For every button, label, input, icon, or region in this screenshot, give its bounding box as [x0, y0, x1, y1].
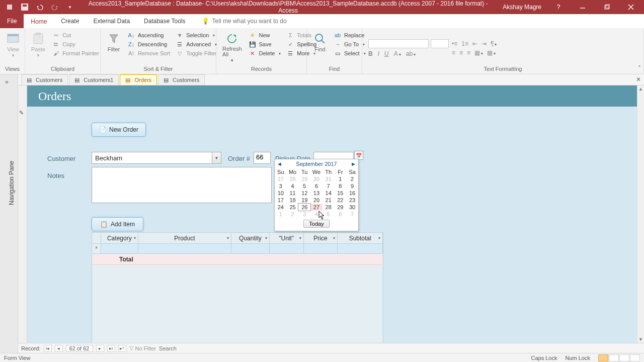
next-month-icon[interactable]: ► [351, 161, 356, 167]
new-record-button[interactable]: ✳New [248, 31, 282, 39]
tab-home[interactable]: Home [24, 14, 54, 28]
view-button[interactable]: View▼ [4, 30, 22, 60]
form-view-button[interactable] [598, 354, 608, 361]
descending-button[interactable]: Z↓Descending [127, 40, 171, 48]
tab-create[interactable]: Create [54, 14, 86, 28]
expand-navpane-icon[interactable]: » [5, 78, 9, 85]
font-size-select[interactable] [431, 39, 449, 48]
fill-color-button[interactable]: ▦▾ [474, 49, 483, 56]
ordernum-field[interactable]: 66 [254, 152, 271, 164]
calendar-day[interactable]: 23 [346, 197, 358, 204]
calendar-day[interactable]: 28 [287, 175, 299, 183]
align-right-button[interactable]: ≡ [467, 49, 470, 56]
col-category[interactable]: Category▾ [101, 233, 138, 243]
filter-arrow-icon[interactable]: ▾ [227, 236, 229, 240]
undo-icon[interactable] [35, 3, 44, 12]
bold-button[interactable]: B [368, 50, 373, 57]
tab-orders[interactable]: ▤Orders [120, 74, 157, 85]
qat-customize-icon[interactable]: ▼ [65, 3, 74, 12]
calendar-day[interactable]: 16 [346, 190, 358, 197]
calendar-day[interactable]: 4 [310, 211, 323, 218]
paste-button[interactable]: Paste▼ [29, 30, 47, 60]
new-record-row[interactable]: * [92, 244, 383, 254]
notes-textarea[interactable] [92, 167, 272, 203]
calendar-day[interactable]: 17 [275, 197, 287, 204]
first-record-icon[interactable]: I◂ [44, 345, 52, 352]
save-icon[interactable] [20, 3, 29, 12]
font-color-button[interactable]: A▾ [394, 50, 401, 57]
advanced-button[interactable]: ☰Advanced▾ [175, 40, 218, 48]
goto-button[interactable]: →Go To▾ [333, 40, 367, 48]
calendar-day[interactable]: 22 [335, 197, 347, 204]
record-position[interactable]: 62 of 62 [66, 345, 93, 352]
calendar-day[interactable]: 25 [287, 204, 299, 211]
delete-record-button[interactable]: ✕Delete▾ [248, 49, 282, 57]
next-record-icon[interactable]: ▸ [96, 345, 104, 352]
selection-button[interactable]: ▼Selection▾ [175, 31, 218, 39]
calendar-day[interactable]: 7 [323, 183, 335, 190]
calendar-day[interactable]: 1 [275, 211, 287, 218]
close-icon[interactable] [624, 3, 638, 12]
calendar-day[interactable]: 4 [287, 183, 299, 190]
calendar-day[interactable]: 29 [298, 175, 310, 183]
calendar-day[interactable]: 13 [310, 190, 323, 197]
collapse-ribbon-icon[interactable]: ˄ [638, 65, 641, 72]
italic-button[interactable]: I [378, 50, 379, 57]
calendar-day[interactable]: 21 [323, 197, 335, 204]
font-family-select[interactable] [368, 39, 429, 48]
calendar-day[interactable]: 6 [335, 211, 347, 218]
numbering-button[interactable]: 1≡ [461, 40, 468, 47]
calendar-day[interactable]: 2 [346, 175, 358, 183]
row-selector-header[interactable] [92, 233, 101, 243]
bullets-button[interactable]: •≡ [452, 40, 457, 47]
new-record-nav-icon[interactable]: ▸* [118, 345, 126, 352]
prev-month-icon[interactable]: ◄ [277, 161, 282, 167]
calendar-day[interactable]: 14 [323, 190, 335, 197]
underline-button[interactable]: U [384, 50, 389, 57]
restore-icon[interactable] [600, 3, 614, 12]
calendar-day[interactable]: 1 [335, 175, 347, 183]
format-painter-button[interactable]: 🖌Format Painter [51, 49, 100, 57]
ascending-button[interactable]: A↓Ascending [127, 31, 171, 39]
calendar-day[interactable]: 9 [346, 183, 358, 190]
calendar-day[interactable]: 8 [335, 183, 347, 190]
calendar-day[interactable]: 15 [335, 190, 347, 197]
increase-indent-button[interactable]: ⇥ [481, 40, 487, 47]
calendar-day[interactable]: 6 [310, 183, 323, 190]
save-record-button[interactable]: 💾Save [248, 40, 282, 48]
calendar-day[interactable]: 30 [346, 204, 358, 211]
filter-arrow-icon[interactable]: ▾ [378, 236, 380, 240]
redo-icon[interactable] [50, 3, 59, 12]
scroll-down-icon[interactable]: ▼ [637, 336, 644, 343]
calendar-day[interactable]: 24 [275, 204, 287, 211]
today-button[interactable]: Today [303, 220, 329, 228]
navigation-pane-collapsed[interactable]: » Navigation Pane [0, 74, 18, 353]
cut-button[interactable]: ✂Cut [51, 31, 100, 39]
filter-button[interactable]: Filter [105, 30, 123, 54]
tab-database-tools[interactable]: Database Tools [137, 14, 193, 28]
no-filter-indicator[interactable]: ▽No Filter [129, 345, 156, 351]
align-center-button[interactable]: ≡ [459, 49, 463, 56]
calendar-day[interactable]: 12 [298, 190, 310, 197]
last-record-icon[interactable]: ▸I [107, 345, 115, 352]
calendar-day[interactable]: 20 [310, 197, 323, 204]
col-unit[interactable]: "Unit"▾ [270, 233, 304, 243]
tell-me[interactable]: 💡 Tell me what you want to do [193, 14, 287, 28]
calendar-day[interactable]: 18 [287, 197, 299, 204]
calendar-day[interactable]: 30 [310, 175, 323, 183]
calendar-day[interactable]: 26 [298, 204, 310, 211]
record-search-input[interactable] [159, 345, 250, 351]
col-price[interactable]: Price▾ [304, 233, 338, 243]
account-name[interactable]: Akshay Magre [503, 4, 541, 11]
close-tab-icon[interactable]: ✕ [636, 76, 641, 83]
record-selector-gutter[interactable]: ✎ [18, 85, 27, 343]
calendar-day[interactable]: 3 [275, 183, 287, 190]
new-order-button[interactable]: 📄 New Order [92, 123, 146, 137]
calendar-day[interactable]: 29 [335, 204, 347, 211]
calendar-day[interactable]: 11 [287, 190, 299, 197]
calendar-day[interactable]: 27 [310, 204, 323, 211]
layout-view-button[interactable] [619, 354, 629, 361]
tab-customers1[interactable]: ▤Customers1 [69, 74, 119, 85]
vertical-scrollbar[interactable]: ▲ ▼ [637, 85, 644, 343]
align-left-button[interactable]: ≡ [452, 49, 455, 56]
